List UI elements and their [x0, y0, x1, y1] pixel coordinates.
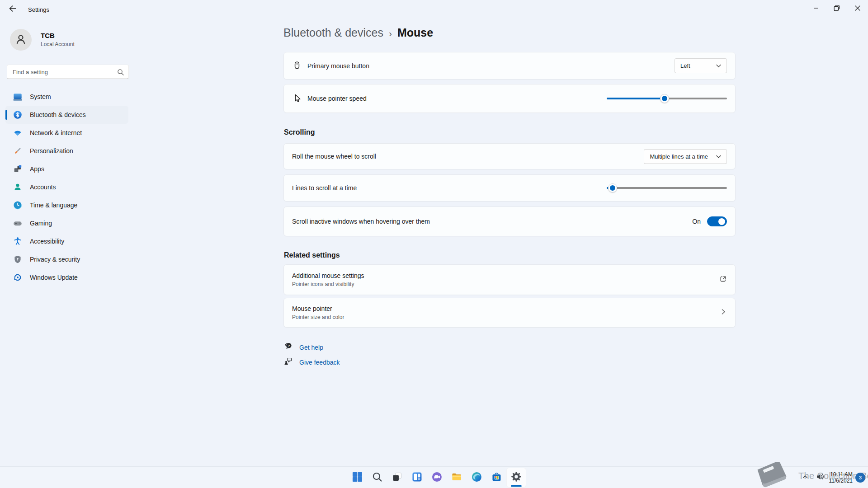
give-feedback-label: Give feedback [299, 359, 340, 366]
external-link-icon [719, 275, 727, 285]
taskbar-search-button[interactable] [367, 468, 387, 488]
store-button[interactable] [486, 468, 506, 488]
tray-chevron-button[interactable] [799, 469, 811, 487]
sidebar-item-label: Apps [30, 165, 44, 173]
notification-badge[interactable]: 3 [855, 473, 865, 483]
sidebar-item-network-internet[interactable]: Network & internet [5, 124, 128, 142]
windows-update-icon [13, 272, 23, 282]
breadcrumb-separator: › [389, 28, 392, 39]
search-input[interactable] [7, 65, 128, 79]
additional-mouse-settings-subtitle: Pointer icons and visibility [292, 281, 364, 287]
sidebar-item-accounts[interactable]: Accounts [5, 178, 128, 196]
system-tray: 10:11 AM 11/6/2021 3 [799, 467, 866, 488]
toggle-state-label: On [692, 218, 701, 225]
slider-track [607, 187, 727, 189]
give-feedback-link[interactable]: Give feedback [283, 357, 340, 368]
start-icon [351, 471, 363, 484]
back-arrow-icon [8, 4, 17, 15]
window-title: Settings [28, 6, 49, 13]
network-icon [13, 128, 23, 138]
scroll-inactive-toggle[interactable] [707, 216, 727, 226]
privacy-icon [13, 254, 23, 264]
start-button[interactable] [347, 468, 367, 488]
primary-mouse-button-value: Left [680, 62, 690, 69]
task-view-button[interactable] [387, 468, 407, 488]
wheel-scroll-label: Roll the mouse wheel to scroll [292, 153, 376, 160]
sidebar-item-label: Personalization [30, 147, 73, 155]
svg-text:?: ? [288, 344, 290, 348]
slider-thumb[interactable] [660, 94, 669, 103]
search-icon [117, 68, 125, 78]
avatar[interactable] [10, 29, 32, 51]
gaming-icon [13, 218, 23, 228]
wheel-scroll-value: Multiple lines at a time [650, 153, 708, 160]
file-explorer-button[interactable] [447, 468, 467, 488]
mouse-pointer-row[interactable]: Mouse pointer Pointer size and color [283, 298, 736, 328]
sidebar-item-windows-update[interactable]: Windows Update [5, 268, 128, 286]
sidebar-item-time-language[interactable]: Time & language [5, 196, 128, 214]
chevron-down-icon [716, 153, 721, 160]
scrolling-header: Scrolling [284, 128, 315, 136]
sidebar-item-label: Time & language [30, 202, 77, 209]
file-explorer-icon [451, 471, 462, 484]
title-bar: Settings [0, 0, 868, 20]
system-icon [13, 92, 23, 102]
caption-buttons [806, 0, 868, 18]
back-button[interactable] [5, 3, 21, 16]
additional-mouse-settings-title: Additional mouse settings [292, 272, 364, 279]
slider-thumb[interactable] [608, 183, 617, 192]
volume-icon [816, 472, 825, 483]
tray-date: 11/6/2021 [829, 478, 853, 484]
sidebar-item-label: Accounts [30, 183, 56, 191]
restore-button[interactable] [826, 0, 847, 18]
mouse-pointer-subtitle: Pointer size and color [292, 314, 344, 320]
mouse-icon [292, 61, 307, 71]
tray-time: 10:11 AM [829, 471, 853, 478]
page-title: Mouse [397, 26, 433, 39]
pointer-speed-slider[interactable] [607, 94, 727, 103]
sidebar: TCB Local Account System Bluetooth & dev… [0, 20, 134, 466]
sidebar-item-personalization[interactable]: Personalization [5, 142, 128, 160]
lines-scroll-slider[interactable] [607, 183, 727, 193]
widgets-button[interactable] [407, 468, 427, 488]
minimize-button[interactable] [806, 0, 826, 18]
sidebar-item-label: Bluetooth & devices [30, 111, 86, 118]
taskbar-settings-button[interactable] [506, 468, 526, 488]
task-view-icon [391, 471, 402, 484]
chat-button[interactable] [427, 468, 447, 488]
sidebar-item-label: Privacy & security [30, 256, 80, 263]
settings-window: Settings TCB [0, 0, 868, 488]
primary-mouse-button-dropdown[interactable]: Left [675, 58, 727, 73]
accessibility-icon [13, 236, 23, 246]
sidebar-item-bluetooth-devices[interactable]: Bluetooth & devices [5, 106, 128, 124]
sidebar-item-accessibility[interactable]: Accessibility [5, 232, 128, 250]
bluetooth-icon [13, 110, 23, 120]
personalization-icon [13, 146, 23, 156]
settings-gear-icon [510, 471, 522, 484]
accounts-icon [13, 182, 23, 192]
get-help-icon: ? [283, 342, 293, 353]
pointer-speed-label: Mouse pointer speed [307, 95, 367, 102]
sidebar-item-apps[interactable]: Apps [5, 160, 128, 178]
clock[interactable]: 10:11 AM 11/6/2021 [829, 471, 853, 484]
sidebar-item-system[interactable]: System [5, 88, 128, 106]
breadcrumb-parent[interactable]: Bluetooth & devices [283, 26, 383, 39]
cursor-icon [292, 93, 307, 104]
tray-volume-button[interactable] [814, 469, 826, 487]
wheel-scroll-dropdown[interactable]: Multiple lines at a time [644, 149, 727, 164]
sidebar-item-gaming[interactable]: Gaming [5, 214, 128, 232]
pointer-speed-row: Mouse pointer speed [283, 84, 736, 113]
taskbar: 10:11 AM 11/6/2021 3 [0, 466, 868, 488]
additional-mouse-settings-row[interactable]: Additional mouse settings Pointer icons … [283, 264, 736, 295]
close-button[interactable] [847, 0, 868, 18]
sidebar-item-label: Network & internet [30, 129, 82, 136]
sidebar-item-privacy-security[interactable]: Privacy & security [5, 250, 128, 268]
sidebar-item-label: Gaming [30, 220, 52, 227]
store-icon [491, 471, 502, 484]
chat-icon [431, 471, 442, 484]
primary-mouse-button-label: Primary mouse button [307, 62, 369, 70]
get-help-link[interactable]: ? Get help [283, 342, 323, 353]
taskbar-center [347, 467, 526, 488]
account-name: TCB [41, 32, 55, 39]
edge-button[interactable] [467, 468, 486, 488]
